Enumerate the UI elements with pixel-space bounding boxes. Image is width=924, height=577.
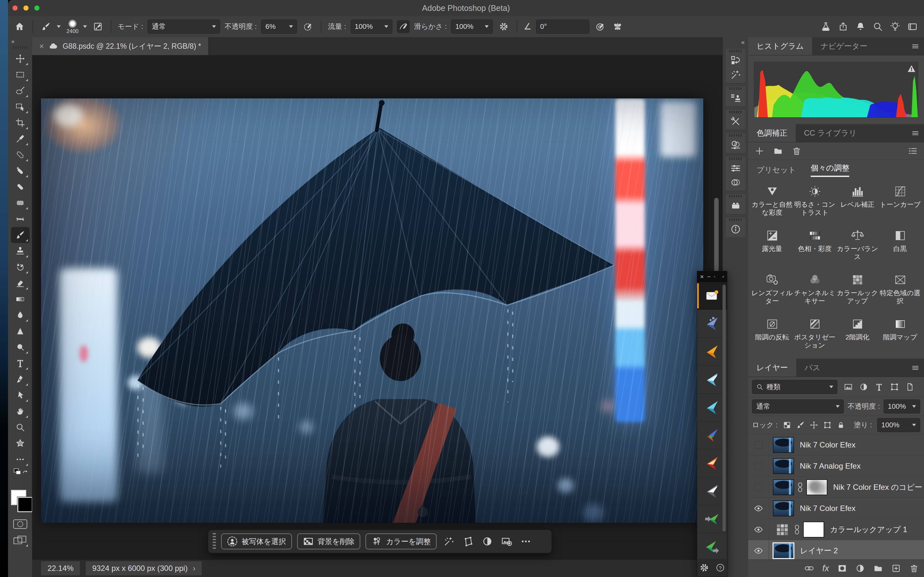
adjustment-exposure[interactable]: 露光量 — [751, 226, 793, 270]
info-panel-icon[interactable] — [729, 222, 743, 236]
nik-scrollbar[interactable] — [722, 285, 726, 532]
contrast-icon[interactable] — [480, 534, 494, 548]
more-icon[interactable] — [519, 534, 533, 548]
lock-transparency-icon[interactable] — [783, 421, 791, 429]
adjustment-photo-filter[interactable]: レンズフィルター — [751, 270, 793, 314]
history-panel-icon[interactable] — [729, 53, 743, 68]
opacity-input[interactable]: 6% — [261, 19, 297, 34]
channels-panel-icon[interactable] — [729, 175, 743, 189]
layer-row[interactable]: Nik 7 Analog Efex — [748, 456, 924, 477]
history-brush-tool[interactable] — [11, 259, 29, 275]
adjustment-curves[interactable]: トーンカーブ — [879, 182, 921, 226]
panel-menu-icon[interactable] — [911, 359, 924, 377]
adjustment-vibrance[interactable]: カラーと自然な彩度 — [751, 182, 793, 226]
gear-icon[interactable] — [699, 563, 709, 572]
remove-tool[interactable] — [11, 147, 29, 163]
tab-layers[interactable]: レイヤー — [748, 359, 796, 377]
dock-grip[interactable] — [729, 195, 742, 197]
remove-background-button[interactable]: 背景を削除 — [297, 533, 360, 550]
generative-wand-icon[interactable] — [729, 68, 743, 82]
search-icon[interactable] — [871, 20, 884, 33]
filter-pixel-layers-icon[interactable] — [844, 382, 853, 392]
brush-angle-input[interactable]: 0° — [536, 19, 590, 34]
help-icon[interactable]: ? — [716, 563, 725, 572]
visibility-toggle[interactable] — [748, 477, 769, 498]
dock-grip[interactable] — [729, 134, 742, 137]
list-view-icon[interactable] — [908, 146, 918, 156]
chevron-down-icon[interactable] — [57, 25, 61, 28]
layer-mask-thumbnail[interactable] — [806, 479, 827, 495]
toolbar-grip[interactable] — [13, 46, 27, 49]
beaker-icon[interactable] — [819, 20, 832, 33]
tab-histogram[interactable]: ヒストグラム — [748, 37, 812, 55]
lightbulb-icon[interactable] — [889, 20, 901, 33]
eraser-tool[interactable] — [11, 275, 29, 291]
zoom-level-field[interactable]: 22.14% — [41, 561, 80, 575]
dock-grip[interactable] — [729, 87, 742, 90]
add-mask-icon[interactable] — [837, 564, 847, 573]
adjustment-threshold[interactable]: 2階調化 — [836, 314, 879, 359]
subtab-single-adjustments[interactable]: 個々の調整 — [811, 163, 850, 177]
document-dimensions[interactable]: 9324 px x 6000 px (300 ppi) › — [86, 561, 202, 575]
tools-panel-icon[interactable] — [729, 114, 743, 129]
dock-grip[interactable] — [729, 111, 742, 113]
adjustment-black-white[interactable]: 白黒 — [879, 226, 921, 270]
panel-menu-icon[interactable] — [911, 37, 924, 55]
quick-mask-button[interactable] — [11, 516, 29, 532]
object-selection-tool[interactable] — [11, 99, 29, 115]
dock-grip[interactable] — [729, 50, 742, 52]
smoothing-gear-icon[interactable] — [497, 20, 510, 33]
hand-tool[interactable] — [11, 403, 29, 419]
blur-tool[interactable] — [11, 307, 29, 323]
subtab-presets[interactable]: プリセット — [756, 165, 796, 175]
trash-icon[interactable] — [792, 146, 801, 156]
home-icon[interactable] — [13, 20, 26, 33]
smoothing-input[interactable]: 100% — [451, 19, 493, 34]
blend-mode-select[interactable]: 通常 — [148, 19, 220, 34]
lock-position-icon[interactable] — [810, 421, 818, 429]
airbrush-toggle[interactable] — [397, 20, 410, 33]
toggle-brush-panel-icon[interactable] — [91, 20, 104, 33]
tab-paths[interactable]: パス — [796, 359, 829, 377]
screen-mode-button[interactable] — [11, 532, 29, 548]
visibility-toggle[interactable] — [748, 456, 769, 476]
layer-fill-input[interactable]: 100% — [877, 418, 920, 432]
brush-tool-preset-icon[interactable] — [39, 20, 52, 33]
zoom-tool[interactable] — [11, 419, 29, 435]
adjust-color-button[interactable]: カラーを調整 — [365, 533, 437, 550]
filter-adjustment-layers-icon[interactable] — [859, 382, 868, 392]
gradient-tool[interactable] — [11, 291, 29, 307]
visibility-toggle[interactable] — [748, 498, 769, 519]
mask-link-icon[interactable] — [793, 524, 800, 535]
adjustment-hue-saturation[interactable]: 色相・彩度 — [793, 226, 836, 270]
sharpen-tool[interactable] — [11, 323, 29, 339]
add-adjustment-icon[interactable] — [754, 146, 764, 156]
transform-icon[interactable] — [461, 534, 475, 548]
tab-adjustments[interactable]: 色調補正 — [748, 124, 796, 142]
color-lookup-layer-icon[interactable] — [775, 522, 790, 537]
pressure-opacity-icon[interactable] — [302, 20, 314, 33]
workspace-icon[interactable] — [906, 20, 919, 33]
lock-artboard-icon[interactable] — [823, 421, 832, 429]
minimize-icon[interactable]: − — [707, 274, 711, 280]
clipping-warning-icon[interactable] — [907, 64, 916, 73]
close-icon[interactable]: × — [700, 274, 704, 280]
layer-name[interactable]: レイヤー 2 — [800, 546, 838, 556]
tab-cc-libraries[interactable]: CC ライブラリ — [796, 124, 865, 142]
properties-panel-icon[interactable] — [729, 161, 743, 175]
delete-layer-icon[interactable] — [909, 564, 919, 573]
mask-link-icon[interactable] — [796, 482, 804, 492]
layer-thumbnail[interactable] — [773, 437, 794, 453]
layer-mask-thumbnail[interactable] — [803, 522, 824, 538]
filter-smart-objects-icon[interactable] — [905, 382, 914, 392]
close-tab-icon[interactable]: × — [39, 41, 44, 51]
content-aware-move-tool[interactable] — [11, 211, 29, 227]
adjustment-posterize[interactable]: ポスタリゼーション — [793, 314, 836, 359]
sparkle-wand-icon[interactable] — [442, 534, 456, 548]
patch-tool[interactable] — [11, 195, 29, 211]
filter-type-layers-icon[interactable] — [875, 382, 884, 392]
plugins-panel-icon[interactable] — [729, 199, 743, 213]
layer-row[interactable]: Nik 7 Color Efex のコピー — [748, 477, 924, 498]
taskbar-grip[interactable] — [213, 533, 216, 550]
adjustment-invert[interactable]: 階調の反転 — [751, 314, 793, 359]
